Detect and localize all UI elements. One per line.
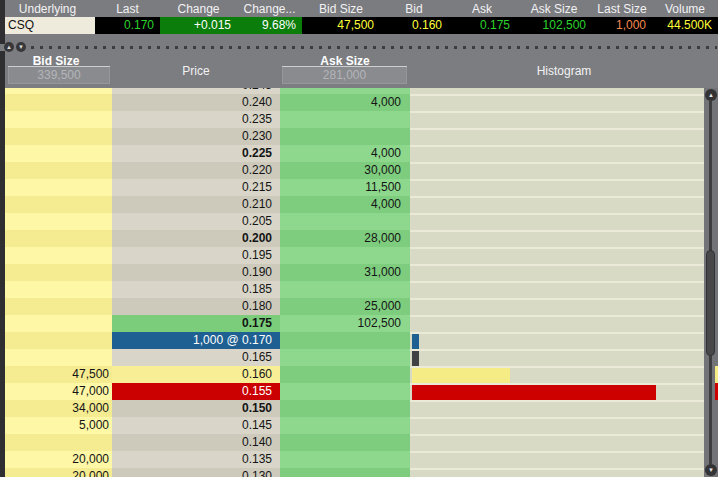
- underlying-cell[interactable]: CSQ: [0, 17, 95, 34]
- ladder-ask-size-cell[interactable]: 28,000: [280, 230, 410, 247]
- ladder-bid-size-cell[interactable]: [0, 145, 112, 162]
- histogram-column-label: Histogram: [410, 64, 718, 78]
- ladder-ask-size-cell[interactable]: 30,000: [280, 162, 410, 179]
- ladder-bid-size-cell[interactable]: [0, 349, 112, 366]
- ladder-bid-size-cell[interactable]: 20,000: [0, 468, 112, 477]
- ladder-histogram-cell: [410, 145, 718, 162]
- ladder-price-cell[interactable]: 0.145: [112, 417, 280, 434]
- vertical-scrollbar[interactable]: ▲ ▼: [704, 88, 718, 477]
- ladder-ask-size-cell[interactable]: [280, 468, 410, 477]
- chevron-down-icon: ▼: [18, 44, 24, 50]
- ladder-row: 0.2254,000: [0, 145, 718, 162]
- ladder-price-cell[interactable]: 0.165: [112, 349, 280, 366]
- ladder-histogram-cell: [410, 400, 718, 417]
- ladder-ask-size-cell[interactable]: [280, 434, 410, 451]
- ladder-header: Bid Size 339,500 Price Ask Size 281,000 …: [0, 51, 718, 88]
- ladder-row: 0.20028,000: [0, 230, 718, 247]
- ladder-ask-size-cell[interactable]: 31,000: [280, 264, 410, 281]
- ladder-bid-size-cell[interactable]: [0, 94, 112, 111]
- quote-header-last-size: Last Size: [592, 2, 652, 16]
- working-order-cell[interactable]: 1,000 @ 0.170: [112, 332, 280, 349]
- ladder-price-cell[interactable]: 0.240: [112, 94, 280, 111]
- ladder-price-cell[interactable]: 0.195: [112, 247, 280, 264]
- ladder-ask-size-cell[interactable]: 25,000: [280, 298, 410, 315]
- ladder-histogram-cell: [410, 230, 718, 247]
- ladder-bid-size-cell[interactable]: 47,000: [0, 383, 112, 400]
- ladder-row: 0.185: [0, 281, 718, 298]
- ladder-bid-size-cell[interactable]: [0, 213, 112, 230]
- ladder-row: 47,0000.155: [0, 383, 718, 400]
- ladder-ask-size-cell[interactable]: [280, 111, 410, 128]
- ladder-ask-size-cell[interactable]: [280, 128, 410, 145]
- splitter-collapse-up-button[interactable]: ▲: [4, 42, 14, 52]
- ladder-ask-size-cell[interactable]: 11,500: [280, 179, 410, 196]
- ladder-bid-size-cell[interactable]: [0, 162, 112, 179]
- scrollbar-down-button[interactable]: ▼: [705, 464, 717, 476]
- ladder-price-cell[interactable]: 0.200: [112, 230, 280, 247]
- scrollbar-thumb[interactable]: [706, 250, 715, 356]
- ladder-price-cell[interactable]: 0.235: [112, 111, 280, 128]
- ladder-bid-size-cell[interactable]: [0, 315, 112, 332]
- ladder-bid-size-cell[interactable]: 47,500: [0, 366, 112, 383]
- ladder-ask-size-cell[interactable]: [280, 366, 410, 383]
- histogram-bar: [412, 385, 656, 400]
- ladder-price-cell[interactable]: 0.220: [112, 162, 280, 179]
- ladder-price-cell[interactable]: 0.230: [112, 128, 280, 145]
- ladder-ask-size-cell[interactable]: 4,000: [280, 145, 410, 162]
- ladder-bid-size-cell[interactable]: [0, 196, 112, 213]
- ladder-ask-size-cell[interactable]: [280, 383, 410, 400]
- ladder-bid-size-cell[interactable]: [0, 247, 112, 264]
- ladder-histogram-cell: [410, 94, 718, 111]
- ladder-row: 34,0000.150: [0, 400, 718, 417]
- ladder-bid-size-cell[interactable]: 20,000: [0, 451, 112, 468]
- quote-row[interactable]: CSQ 0.170 +0.015 9.68% 47,500 0.160 0.17…: [0, 17, 718, 34]
- ladder-price-cell[interactable]: 0.215: [112, 179, 280, 196]
- ladder-ask-size-cell[interactable]: [280, 400, 410, 417]
- ladder-ask-size-cell[interactable]: [280, 247, 410, 264]
- ladder-price-cell[interactable]: 0.175: [112, 315, 280, 332]
- ladder-ask-size-cell[interactable]: [280, 213, 410, 230]
- ladder-bid-size-cell[interactable]: [0, 111, 112, 128]
- ladder-bid-size-cell[interactable]: [0, 332, 112, 349]
- ladder-ask-size-cell[interactable]: 4,000: [280, 196, 410, 213]
- splitter-collapse-down-button[interactable]: ▼: [16, 42, 26, 52]
- ladder-price-cell[interactable]: 0.225: [112, 145, 280, 162]
- ladder-price-cell[interactable]: 0.185: [112, 281, 280, 298]
- ladder-bid-size-cell[interactable]: 34,000: [0, 400, 112, 417]
- panel-splitter[interactable]: ▲ ▼: [0, 44, 718, 51]
- ladder-price-cell[interactable]: 0.135: [112, 451, 280, 468]
- ladder-price-cell[interactable]: 0.180: [112, 298, 280, 315]
- ladder-price-cell[interactable]: 0.130: [112, 468, 280, 477]
- quote-header-change: Change: [160, 2, 237, 16]
- ladder-price-cell[interactable]: 0.150: [112, 400, 280, 417]
- ladder-ask-size-cell[interactable]: [280, 451, 410, 468]
- ladder-ask-size-cell[interactable]: [280, 281, 410, 298]
- ladder-bid-size-cell[interactable]: [0, 230, 112, 247]
- ladder-bid-size-cell[interactable]: [0, 128, 112, 145]
- ladder-ask-size-cell[interactable]: [280, 349, 410, 366]
- ladder-histogram-cell: [410, 179, 718, 196]
- ladder-ask-size-cell[interactable]: [280, 417, 410, 434]
- ladder-bid-size-cell[interactable]: [0, 298, 112, 315]
- ladder-price-cell[interactable]: 0.160: [112, 366, 280, 383]
- ladder-bid-size-cell[interactable]: [0, 281, 112, 298]
- ladder-ask-size-cell[interactable]: 4,000: [280, 94, 410, 111]
- ladder-price-cell[interactable]: 0.140: [112, 434, 280, 451]
- histogram-bar: [412, 334, 419, 349]
- ladder-bid-size-cell[interactable]: [0, 434, 112, 451]
- ladder-histogram-cell: [410, 349, 718, 366]
- bid-price-cell: 0.160: [380, 17, 448, 34]
- change-pct-cell: 9.68%: [237, 17, 302, 34]
- scrollbar-up-button[interactable]: ▲: [705, 89, 717, 101]
- ladder-ask-size-cell[interactable]: 102,500: [280, 315, 410, 332]
- ladder-ask-size-cell[interactable]: [280, 332, 410, 349]
- ladder-price-cell[interactable]: 0.190: [112, 264, 280, 281]
- histogram-bar: [412, 368, 510, 383]
- ladder-price-cell[interactable]: 0.205: [112, 213, 280, 230]
- ladder-bid-size-cell[interactable]: [0, 264, 112, 281]
- ladder-bid-size-cell[interactable]: 5,000: [0, 417, 112, 434]
- ladder-price-cell[interactable]: 0.155: [112, 383, 280, 400]
- bid-size-cell: 47,500: [302, 17, 380, 34]
- ladder-bid-size-cell[interactable]: [0, 179, 112, 196]
- ladder-price-cell[interactable]: 0.210: [112, 196, 280, 213]
